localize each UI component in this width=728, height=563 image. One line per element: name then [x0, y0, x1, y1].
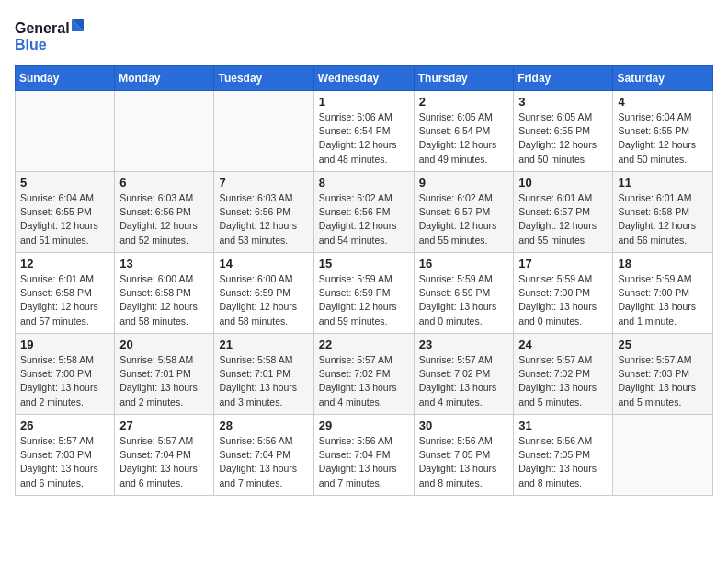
- day-info: Sunrise: 6:00 AMSunset: 6:59 PMDaylight:…: [219, 272, 308, 328]
- calendar-cell: 11Sunrise: 6:01 AMSunset: 6:58 PMDayligh…: [613, 172, 713, 253]
- calendar-cell: 19Sunrise: 5:58 AMSunset: 7:00 PMDayligh…: [16, 334, 115, 415]
- day-number: 3: [518, 95, 608, 109]
- day-number: 1: [319, 95, 409, 109]
- day-info: Sunrise: 5:56 AMSunset: 7:04 PMDaylight:…: [219, 434, 308, 490]
- day-number: 24: [518, 338, 608, 351]
- day-info: Sunrise: 5:59 AMSunset: 6:59 PMDaylight:…: [319, 272, 409, 328]
- calendar-cell: 12Sunrise: 6:01 AMSunset: 6:58 PMDayligh…: [16, 253, 115, 334]
- calendar-cell: 10Sunrise: 6:01 AMSunset: 6:57 PMDayligh…: [514, 172, 613, 253]
- weekday-header: Monday: [115, 66, 214, 91]
- page-header: GeneralBlue: [15, 15, 713, 56]
- calendar-cell: 31Sunrise: 5:56 AMSunset: 7:05 PMDayligh…: [514, 415, 613, 496]
- calendar-header-row: SundayMondayTuesdayWednesdayThursdayFrid…: [16, 66, 713, 91]
- day-number: 22: [319, 338, 409, 351]
- calendar-cell: 22Sunrise: 5:57 AMSunset: 7:02 PMDayligh…: [313, 334, 414, 415]
- day-info: Sunrise: 5:57 AMSunset: 7:02 PMDaylight:…: [319, 353, 409, 409]
- calendar-cell: 27Sunrise: 5:57 AMSunset: 7:04 PMDayligh…: [115, 415, 214, 496]
- day-info: Sunrise: 6:00 AMSunset: 6:58 PMDaylight:…: [119, 272, 209, 328]
- calendar-week-row: 1Sunrise: 6:06 AMSunset: 6:54 PMDaylight…: [16, 91, 713, 172]
- weekday-header: Friday: [514, 66, 613, 91]
- day-info: Sunrise: 5:59 AMSunset: 7:00 PMDaylight:…: [618, 272, 708, 328]
- calendar-cell: 13Sunrise: 6:00 AMSunset: 6:58 PMDayligh…: [115, 253, 214, 334]
- day-number: 19: [20, 338, 109, 351]
- day-info: Sunrise: 6:04 AMSunset: 6:55 PMDaylight:…: [20, 191, 109, 247]
- calendar-cell: 1Sunrise: 6:06 AMSunset: 6:54 PMDaylight…: [313, 91, 414, 172]
- calendar-cell: 20Sunrise: 5:58 AMSunset: 7:01 PMDayligh…: [115, 334, 214, 415]
- calendar-cell: 28Sunrise: 5:56 AMSunset: 7:04 PMDayligh…: [214, 415, 313, 496]
- calendar-cell: 16Sunrise: 5:59 AMSunset: 6:59 PMDayligh…: [414, 253, 514, 334]
- day-info: Sunrise: 5:57 AMSunset: 7:03 PMDaylight:…: [20, 434, 109, 490]
- calendar-cell: 6Sunrise: 6:03 AMSunset: 6:56 PMDaylight…: [115, 172, 214, 253]
- calendar-cell: 2Sunrise: 6:05 AMSunset: 6:54 PMDaylight…: [414, 91, 514, 172]
- day-info: Sunrise: 6:01 AMSunset: 6:57 PMDaylight:…: [518, 191, 608, 247]
- day-info: Sunrise: 6:02 AMSunset: 6:57 PMDaylight:…: [419, 191, 509, 247]
- calendar-cell: 5Sunrise: 6:04 AMSunset: 6:55 PMDaylight…: [16, 172, 115, 253]
- day-number: 6: [119, 176, 209, 190]
- day-number: 27: [119, 419, 209, 432]
- day-number: 8: [319, 176, 409, 190]
- logo: GeneralBlue: [15, 15, 88, 56]
- day-number: 11: [618, 176, 708, 190]
- day-info: Sunrise: 6:05 AMSunset: 6:55 PMDaylight:…: [518, 110, 608, 167]
- day-info: Sunrise: 6:02 AMSunset: 6:56 PMDaylight:…: [319, 191, 409, 247]
- day-info: Sunrise: 5:56 AMSunset: 7:05 PMDaylight:…: [518, 434, 608, 490]
- day-number: 30: [419, 419, 509, 432]
- day-info: Sunrise: 5:59 AMSunset: 7:00 PMDaylight:…: [518, 272, 608, 328]
- calendar-cell: [115, 91, 214, 172]
- day-number: 4: [618, 95, 708, 109]
- day-number: 25: [618, 338, 708, 351]
- day-info: Sunrise: 6:03 AMSunset: 6:56 PMDaylight:…: [119, 191, 209, 247]
- calendar-week-row: 5Sunrise: 6:04 AMSunset: 6:55 PMDaylight…: [16, 172, 713, 253]
- day-number: 15: [319, 257, 409, 270]
- day-number: 31: [518, 419, 608, 432]
- calendar-cell: 17Sunrise: 5:59 AMSunset: 7:00 PMDayligh…: [514, 253, 613, 334]
- logo-svg: GeneralBlue: [15, 15, 88, 56]
- calendar-cell: 7Sunrise: 6:03 AMSunset: 6:56 PMDaylight…: [214, 172, 313, 253]
- day-number: 13: [119, 257, 209, 270]
- calendar-cell: 24Sunrise: 5:57 AMSunset: 7:02 PMDayligh…: [514, 334, 613, 415]
- day-number: 9: [419, 176, 509, 190]
- calendar-cell: [613, 415, 713, 496]
- day-number: 14: [219, 257, 308, 270]
- weekday-header: Sunday: [16, 66, 115, 91]
- calendar-cell: 14Sunrise: 6:00 AMSunset: 6:59 PMDayligh…: [214, 253, 313, 334]
- day-info: Sunrise: 5:59 AMSunset: 6:59 PMDaylight:…: [419, 272, 509, 328]
- calendar-week-row: 19Sunrise: 5:58 AMSunset: 7:00 PMDayligh…: [16, 334, 713, 415]
- calendar-cell: 26Sunrise: 5:57 AMSunset: 7:03 PMDayligh…: [16, 415, 115, 496]
- calendar-week-row: 26Sunrise: 5:57 AMSunset: 7:03 PMDayligh…: [16, 415, 713, 496]
- day-number: 7: [219, 176, 308, 190]
- day-info: Sunrise: 5:57 AMSunset: 7:02 PMDaylight:…: [518, 353, 608, 409]
- day-info: Sunrise: 5:57 AMSunset: 7:04 PMDaylight:…: [119, 434, 209, 490]
- day-info: Sunrise: 5:57 AMSunset: 7:03 PMDaylight:…: [618, 353, 708, 409]
- calendar-cell: 30Sunrise: 5:56 AMSunset: 7:05 PMDayligh…: [414, 415, 514, 496]
- day-number: 23: [419, 338, 509, 351]
- weekday-header: Wednesday: [313, 66, 414, 91]
- calendar-table: SundayMondayTuesdayWednesdayThursdayFrid…: [15, 65, 713, 496]
- day-info: Sunrise: 5:58 AMSunset: 7:01 PMDaylight:…: [119, 353, 209, 409]
- day-number: 5: [20, 176, 109, 190]
- calendar-cell: 25Sunrise: 5:57 AMSunset: 7:03 PMDayligh…: [613, 334, 713, 415]
- calendar-cell: 8Sunrise: 6:02 AMSunset: 6:56 PMDaylight…: [313, 172, 414, 253]
- calendar-week-row: 12Sunrise: 6:01 AMSunset: 6:58 PMDayligh…: [16, 253, 713, 334]
- day-number: 29: [319, 419, 409, 432]
- day-number: 10: [518, 176, 608, 190]
- calendar-cell: 9Sunrise: 6:02 AMSunset: 6:57 PMDaylight…: [414, 172, 514, 253]
- day-info: Sunrise: 6:06 AMSunset: 6:54 PMDaylight:…: [319, 110, 409, 167]
- day-info: Sunrise: 6:01 AMSunset: 6:58 PMDaylight:…: [618, 191, 708, 247]
- calendar-cell: 29Sunrise: 5:56 AMSunset: 7:04 PMDayligh…: [313, 415, 414, 496]
- day-number: 2: [419, 95, 509, 109]
- day-info: Sunrise: 6:04 AMSunset: 6:55 PMDaylight:…: [618, 110, 708, 167]
- day-info: Sunrise: 5:56 AMSunset: 7:04 PMDaylight:…: [319, 434, 409, 490]
- day-number: 26: [20, 419, 109, 432]
- day-info: Sunrise: 5:57 AMSunset: 7:02 PMDaylight:…: [419, 353, 509, 409]
- day-info: Sunrise: 6:01 AMSunset: 6:58 PMDaylight:…: [20, 272, 109, 328]
- day-info: Sunrise: 5:56 AMSunset: 7:05 PMDaylight:…: [419, 434, 509, 490]
- weekday-header: Thursday: [414, 66, 514, 91]
- day-number: 28: [219, 419, 308, 432]
- day-number: 18: [618, 257, 708, 270]
- calendar-cell: [214, 91, 313, 172]
- calendar-cell: [16, 91, 115, 172]
- day-number: 17: [518, 257, 608, 270]
- calendar-cell: 3Sunrise: 6:05 AMSunset: 6:55 PMDaylight…: [514, 91, 613, 172]
- day-number: 20: [119, 338, 209, 351]
